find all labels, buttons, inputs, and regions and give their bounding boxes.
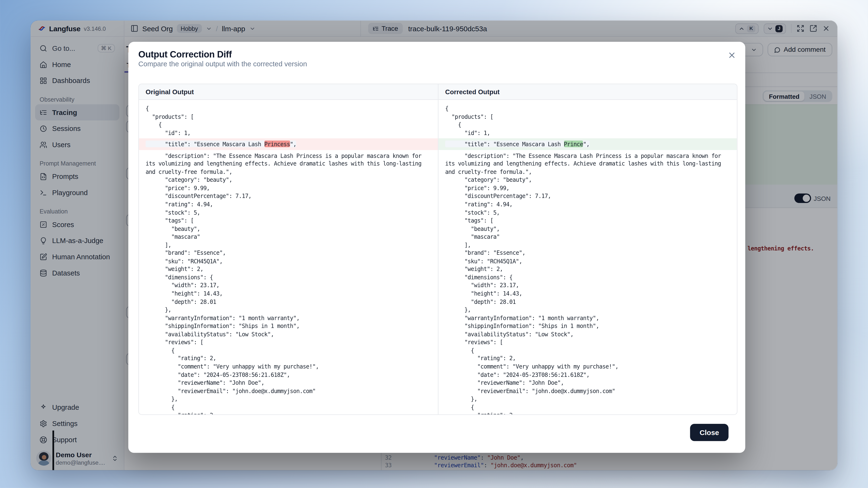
code-line: "beauty", <box>445 224 730 233</box>
code-line: { <box>445 104 730 112</box>
code-line: "reviews": [ <box>445 338 730 346</box>
diff-container: Original Output Corrected Output { "prod… <box>138 84 738 415</box>
code-line: "discountPercentage": 7.17, <box>445 192 730 200</box>
code-line: "depth": 28.01 <box>445 298 730 306</box>
code-line: "price": 9.99, <box>146 184 431 192</box>
code-line: "rating": 2, <box>445 411 730 414</box>
code-line: "mascara" <box>146 233 431 241</box>
code-line: "category": "beauty", <box>146 176 431 184</box>
code-line: "width": 23.17, <box>445 281 730 289</box>
code-line: }, <box>445 395 730 403</box>
corrected-output-header: Corrected Output <box>438 84 737 100</box>
modal-close-icon[interactable] <box>727 51 736 60</box>
code-line: }, <box>146 395 431 403</box>
code-line: "height": 14.43, <box>445 289 730 297</box>
diff-changed-line: "title": "Essence Mascara Lash Princess"… <box>139 138 438 150</box>
code-line: "products": [ <box>445 112 730 121</box>
code-line: "availabilityStatus": "Low Stock", <box>445 330 730 338</box>
code-line: "dimensions": { <box>445 273 730 281</box>
code-line: "reviewerName": "John Doe", <box>445 379 730 387</box>
code-line: "weight": 2, <box>146 265 431 273</box>
modal-subtitle: Compare the original output with the cor… <box>138 60 307 68</box>
code-line: "tags": [ <box>146 216 431 224</box>
code-line: { <box>146 104 431 112</box>
code-line: "rating": 2, <box>146 354 431 362</box>
code-line: { <box>146 346 431 354</box>
code-line: }, <box>146 306 431 314</box>
code-line: "mascara" <box>445 233 730 241</box>
code-line: "id": 1, <box>146 129 431 137</box>
code-line: "warrantyInformation": "1 month warranty… <box>445 314 730 322</box>
code-line: "rating": 4.94, <box>445 200 730 208</box>
code-line: "depth": 28.01 <box>146 298 431 306</box>
code-line: "tags": [ <box>445 216 730 224</box>
code-line: "rating": 2, <box>146 411 431 414</box>
original-output-header: Original Output <box>139 84 438 100</box>
diff-changed-word: Princess <box>265 141 290 148</box>
code-line: { <box>146 403 431 411</box>
code-line: "stock": 5, <box>445 208 730 216</box>
code-line: "reviewerName": "John Doe", <box>146 379 431 387</box>
diff-changed-word: Prince <box>564 141 583 148</box>
code-line: "comment": "Very unhappy with my purchas… <box>146 362 431 371</box>
code-line: "rating": 4.94, <box>146 200 431 208</box>
screenshot-stage: Langfuse v3.146.0 Seed Org Hobby / llm-a… <box>0 0 868 488</box>
code-line: "weight": 2, <box>445 265 730 273</box>
code-line: "brand": "Essence", <box>445 249 730 257</box>
diff-changed-line: "title": "Essence Mascara Lash Prince", <box>438 138 737 150</box>
code-line: "price": 9.99, <box>445 184 730 192</box>
code-line: "reviewerEmail": "john.doe@x.dummyjson.c… <box>146 387 431 395</box>
code-line: "rating": 2, <box>445 354 730 362</box>
text-cursor-artifact <box>53 430 54 470</box>
modal-title: Output Correction Diff <box>138 49 232 60</box>
output-correction-diff-modal: Output Correction Diff Compare the origi… <box>128 42 745 453</box>
code-line: ], <box>146 241 431 249</box>
code-line: "availabilityStatus": "Low Stock", <box>146 330 431 338</box>
code-line: { <box>445 121 730 129</box>
code-line: "comment": "Very unhappy with my purchas… <box>445 362 730 371</box>
code-line: "date": "2024-05-23T08:56:21.618Z", <box>445 371 730 379</box>
code-line: "reviews": [ <box>146 338 431 346</box>
code-line: "brand": "Essence", <box>146 249 431 257</box>
code-line: "category": "beauty", <box>445 176 730 184</box>
code-line: { <box>445 346 730 354</box>
code-line: "shippingInformation": "Ships in 1 month… <box>445 322 730 330</box>
code-line: "width": 23.17, <box>146 281 431 289</box>
code-line: "dimensions": { <box>146 273 431 281</box>
code-line: "discountPercentage": 7.17, <box>146 192 431 200</box>
code-line: "date": "2024-05-23T08:56:21.618Z", <box>146 371 431 379</box>
code-line: "height": 14.43, <box>146 289 431 297</box>
code-line: }, <box>445 306 730 314</box>
code-line: "products": [ <box>146 112 431 121</box>
code-line: "id": 1, <box>445 129 730 137</box>
code-line: "description": "The Essence Mascara Lash… <box>445 152 730 176</box>
code-line: "sku": "RCH45Q1A", <box>146 257 431 265</box>
original-output-code[interactable]: { "products": [ { "id": 1, "title": "Ess… <box>139 100 438 415</box>
code-line: "warrantyInformation": "1 month warranty… <box>146 314 431 322</box>
code-line: { <box>445 403 730 411</box>
code-line: "shippingInformation": "Ships in 1 month… <box>146 322 431 330</box>
code-line: "reviewerEmail": "john.doe@x.dummyjson.c… <box>445 387 730 395</box>
code-line: "description": "The Essence Mascara Lash… <box>146 152 431 176</box>
code-line: { <box>146 121 431 129</box>
code-line: "beauty", <box>146 224 431 233</box>
code-line: ], <box>445 241 730 249</box>
code-line: "sku": "RCH45Q1A", <box>445 257 730 265</box>
close-button[interactable]: Close <box>690 424 728 441</box>
corrected-output-code[interactable]: { "products": [ { "id": 1, "title": "Ess… <box>438 100 737 415</box>
code-line: "stock": 5, <box>146 208 431 216</box>
